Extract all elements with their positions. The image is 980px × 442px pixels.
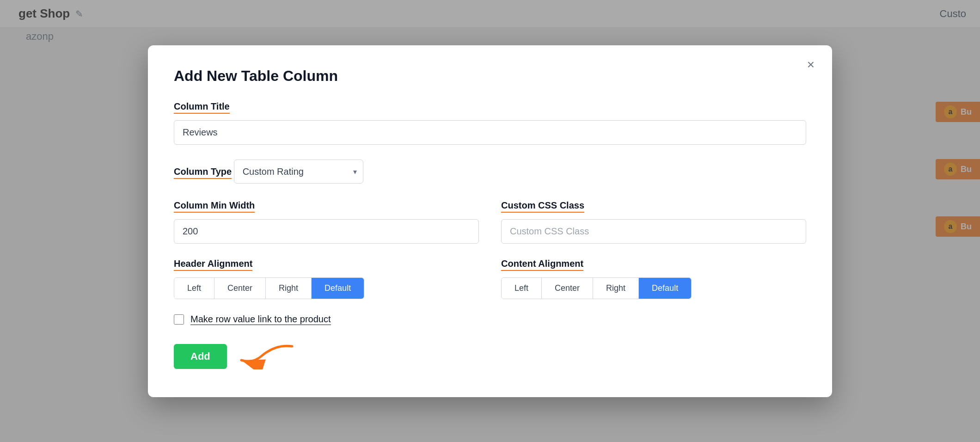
close-button[interactable]: ×	[803, 56, 818, 73]
column-title-label: Column Title	[174, 101, 230, 114]
column-title-section: Column Title	[174, 101, 806, 145]
content-align-right[interactable]: Right	[593, 278, 639, 299]
link-checkbox-label[interactable]: Make row value link to the product	[190, 314, 331, 325]
column-type-section: Column Type Custom Rating Text Number Im…	[174, 160, 806, 185]
alignment-row: Header Alignment Left Center Right Defau…	[174, 258, 806, 314]
custom-css-class-section: Custom CSS Class	[501, 200, 806, 244]
header-alignment-section: Header Alignment Left Center Right Defau…	[174, 258, 479, 299]
column-min-width-input[interactable]	[174, 219, 479, 244]
modal-backdrop: × Add New Table Column Column Title Colu…	[0, 0, 980, 442]
column-type-wrapper: Custom Rating Text Number Image Link ▾	[234, 160, 363, 184]
add-button-row: Add	[174, 342, 806, 371]
header-align-center[interactable]: Center	[214, 278, 266, 299]
header-align-default[interactable]: Default	[312, 278, 364, 299]
header-align-left[interactable]: Left	[174, 278, 214, 299]
column-min-width-section: Column Min Width	[174, 200, 479, 244]
custom-css-class-input[interactable]	[501, 219, 806, 244]
content-align-left[interactable]: Left	[502, 278, 542, 299]
column-min-width-label: Column Min Width	[174, 200, 255, 213]
content-align-center[interactable]: Center	[542, 278, 593, 299]
content-align-default[interactable]: Default	[639, 278, 691, 299]
content-alignment-buttons: Left Center Right Default	[501, 277, 692, 299]
header-align-right[interactable]: Right	[266, 278, 312, 299]
column-type-select[interactable]: Custom Rating Text Number Image Link	[234, 160, 363, 184]
content-alignment-section: Content Alignment Left Center Right Defa…	[501, 258, 806, 299]
add-button[interactable]: Add	[174, 344, 227, 369]
header-alignment-label: Header Alignment	[174, 258, 252, 271]
link-checkbox-row: Make row value link to the product	[174, 314, 806, 325]
header-alignment-buttons: Left Center Right Default	[174, 277, 364, 299]
width-css-row: Column Min Width Custom CSS Class	[174, 200, 806, 258]
link-checkbox[interactable]	[174, 314, 184, 325]
column-type-label: Column Type	[174, 166, 232, 179]
content-alignment-label: Content Alignment	[501, 258, 583, 271]
custom-css-class-label: Custom CSS Class	[501, 200, 584, 213]
add-column-modal: × Add New Table Column Column Title Colu…	[148, 45, 832, 397]
arrow-icon	[234, 342, 294, 369]
modal-title: Add New Table Column	[174, 68, 806, 85]
arrow-annotation	[234, 342, 294, 371]
column-title-input[interactable]	[174, 120, 806, 145]
